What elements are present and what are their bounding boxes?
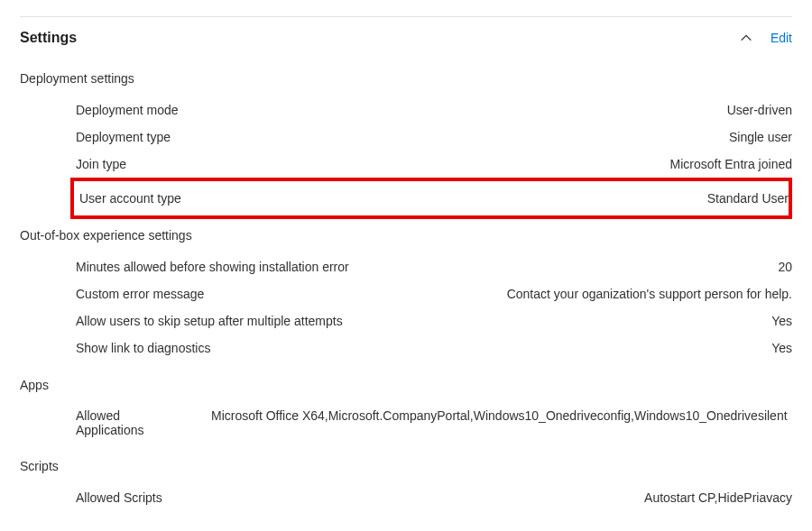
oobe-skip-value: Yes [361,314,792,328]
user-account-type-value: Standard User [199,191,789,206]
oobe-minutes-label: Minutes allowed before showing installat… [76,260,367,274]
edit-button[interactable]: Edit [770,31,792,45]
oobe-minutes-row: Minutes allowed before showing installat… [20,253,792,280]
join-type-row: Join type Microsoft Entra joined [20,151,792,178]
apps-header: Apps [20,378,792,392]
oobe-customerr-value: Contact your oganization's support perso… [222,287,792,301]
allowed-apps-label: Allowed Applications [76,408,175,437]
deployment-mode-label: Deployment mode [76,103,197,117]
deployment-type-row: Deployment type Single user [20,124,792,151]
allowed-scripts-label: Allowed Scripts [76,490,180,505]
oobe-customerr-label: Custom error message [76,287,222,301]
settings-header: Settings Edit [20,30,792,46]
oobe-customerr-row: Custom error message Contact your oganiz… [20,280,792,307]
join-type-value: Microsoft Entra joined [144,157,792,171]
allowed-scripts-row: Allowed Scripts Autostart CP,HidePriavac… [20,484,792,511]
oobe-skip-label: Allow users to skip setup after multiple… [76,314,361,328]
page-title: Settings [20,30,77,46]
join-type-label: Join type [76,157,144,171]
user-account-type-highlight: User account type Standard User [70,178,792,219]
oobe-settings-header: Out-of-box experience settings [20,228,792,243]
allowed-apps-row: Allowed Applications Microsoft Office X6… [20,403,792,443]
deployment-mode-value: User-driven [197,103,792,117]
oobe-minutes-value: 20 [367,260,792,274]
deployment-type-label: Deployment type [76,130,189,144]
oobe-diag-label: Show link to diagnostics [76,341,228,355]
user-account-type-label: User account type [79,191,199,206]
oobe-diag-value: Yes [228,341,792,355]
user-account-type-row: User account type Standard User [79,185,789,212]
deployment-settings-header: Deployment settings [20,71,792,86]
deployment-type-value: Single user [189,130,792,144]
allowed-scripts-value: Autostart CP,HidePriavacy [180,490,792,505]
deployment-mode-row: Deployment mode User-driven [20,96,792,124]
oobe-diag-row: Show link to diagnostics Yes [20,334,792,362]
oobe-skip-row: Allow users to skip setup after multiple… [20,307,792,334]
chevron-up-icon[interactable] [740,32,752,44]
scripts-header: Scripts [20,459,792,473]
allowed-apps-value: Microsoft Office X64,Microsoft.CompanyPo… [211,408,792,437]
